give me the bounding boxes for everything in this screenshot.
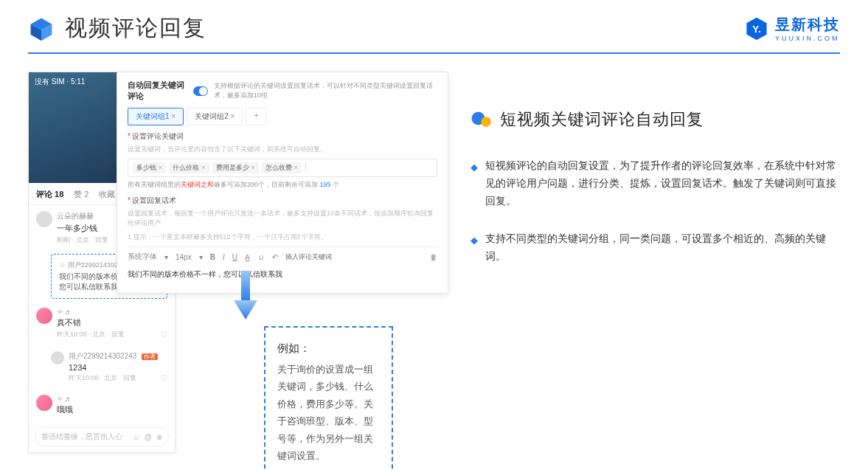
undo-icon[interactable]: ↶ xyxy=(272,253,278,261)
reply-editor-content[interactable]: 我们不同的版本价格不一样，您可以私信联系我 xyxy=(128,266,437,286)
comment-user: ✧ ♬ xyxy=(57,308,167,316)
underline-icon[interactable]: U xyxy=(232,253,237,261)
example-callout: 例如： 关于询价的设置成一组关键词，多少钱、什么价格，费用多少等。关于咨询班型、… xyxy=(264,326,393,470)
logo-main-text: 昱新科技 xyxy=(775,15,840,35)
font-family-select[interactable]: 系统字体 xyxy=(128,252,157,262)
auto-reply-toggle[interactable] xyxy=(193,86,208,96)
keyword-tag[interactable]: 怎么收费× xyxy=(262,162,302,173)
cube-icon xyxy=(28,15,55,42)
logo-hex-icon: Y. xyxy=(744,16,769,41)
example-body: 关于询价的设置成一组关键词，多少钱、什么价格，费用多少等。关于咨询班型、版本、型… xyxy=(277,361,380,464)
italic-icon[interactable]: I xyxy=(223,253,225,261)
comment-text: 哦哦 xyxy=(57,404,167,415)
field-hint: 1 提示：一个富文本框最多支持512个字符，一个汉字占用2个字符。 xyxy=(128,232,437,242)
comment-meta: 昨天10:08 · 北京 回复 ♡ xyxy=(69,373,167,383)
comment-row: ✧ ♬ 哦哦 xyxy=(29,389,175,423)
svg-text:Y.: Y. xyxy=(752,24,760,35)
settings-desc: 支持根据评论的关键词设置回复话术，可以针对不同类型关键词设置回复话术，最多添加1… xyxy=(214,81,437,100)
keyword-tag[interactable]: 多少钱× xyxy=(133,162,166,173)
delete-icon[interactable]: 🗑 xyxy=(430,253,437,261)
example-title: 例如： xyxy=(277,338,380,358)
avatar xyxy=(51,351,64,364)
tab-favorites[interactable]: 收藏 xyxy=(99,189,115,200)
left-illustration: 没有 SIM · 5:11 评论 18 赞 2 收藏 云朵的赫赫 一年多少钱 刚… xyxy=(28,72,448,286)
add-group-tab[interactable]: + xyxy=(246,108,266,125)
keyword-count-hint: 所有关键词组里的关键词之和最多可添加200个，目前剩余可添加 195 个 xyxy=(128,180,437,190)
comment-user: 用户2299214302243 作者 xyxy=(69,351,167,362)
bullet-text: 支持不同类型的关键词分组，同一类问题，可设置多个相近的、高频的关键词。 xyxy=(485,230,840,266)
at-icon[interactable]: @ xyxy=(145,433,152,441)
keyword-settings-panel: 自动回复关键词评论 支持根据评论的关键词设置回复话术，可以针对不同类型关键词设置… xyxy=(117,72,448,294)
tab-likes[interactable]: 赞 2 xyxy=(74,189,88,200)
like-icon[interactable]: ♡ xyxy=(160,330,167,339)
comment-meta: 昨天10:08 · 北京 回复 ♡ xyxy=(57,330,167,339)
editor-toolbar: 系统字体▾ 14px▾ B I U A̲ ☺ ↶ 插入评论关键词 🗑 xyxy=(128,246,437,262)
gift-icon[interactable]: ⊕ xyxy=(156,433,162,441)
section-head: 短视频关键词评论自动回复 xyxy=(471,108,840,131)
avatar xyxy=(36,308,52,324)
like-icon[interactable]: ♡ xyxy=(160,373,167,383)
insert-keyword-button[interactable]: 插入评论关键词 xyxy=(285,252,332,262)
phone-status: 没有 SIM · 5:11 xyxy=(35,77,85,86)
emoji-icon[interactable]: ☺ xyxy=(257,253,265,261)
comment-text: 1234 xyxy=(69,363,167,372)
kw-group-tab[interactable]: 关键词组1 × xyxy=(128,108,184,125)
kw-group-tab[interactable]: 关键词组2 × xyxy=(187,108,243,125)
chat-bubbles-icon xyxy=(471,108,493,131)
font-size-select[interactable]: 14px xyxy=(176,253,192,261)
diamond-icon: ◆ xyxy=(471,232,478,266)
field-hint: 设置关键词，当评论里内容包含了以下关键词，则系统可自动回复。 xyxy=(128,145,437,154)
comment-row: 用户2299214302243 作者 1234 昨天10:08 · 北京 回复 … xyxy=(29,345,175,389)
logo-sub-text: YUUXIN.COM xyxy=(775,35,840,42)
comment-row: ✧ ♬ 真不错 昨天10:08 · 北京 回复 ♡ xyxy=(29,302,175,345)
page-header: 视频评论回复 Y. 昱新科技 YUUXIN.COM xyxy=(0,0,868,49)
keyword-tag[interactable]: 什么价格× xyxy=(169,162,209,173)
color-icon[interactable]: A̲ xyxy=(245,253,250,261)
bullet-item: ◆ 支持不同类型的关键词分组，同一类问题，可设置多个相近的、高频的关键词。 xyxy=(471,230,840,266)
svg-rect-5 xyxy=(241,271,250,302)
svg-marker-6 xyxy=(234,300,257,319)
svg-point-8 xyxy=(481,117,491,127)
comment-input[interactable]: 善语结善缘，恶言伤人心 ☺ @ ⊕ xyxy=(35,427,169,446)
avatar xyxy=(36,211,52,227)
bold-icon[interactable]: B xyxy=(210,253,215,261)
field-label: *设置评论关键词 xyxy=(128,131,437,142)
bullet-text: 短视频评论的自动回复设置，为了提升作者的评论回复效率，在系统中针对常见的评论用户… xyxy=(485,157,840,210)
arrow-down-icon xyxy=(231,271,260,322)
field-label: *设置回复话术 xyxy=(128,196,437,206)
diamond-icon: ◆ xyxy=(471,159,478,210)
comment-text: 真不错 xyxy=(57,317,167,328)
settings-title: 自动回复关键词评论 xyxy=(128,80,187,102)
keyword-tag[interactable]: 费用是多少× xyxy=(212,162,259,173)
field-hint: 设置回复话术，每回复一个用户评论只发送一条话术，最多支持设置10条不同话术，按添… xyxy=(128,209,437,228)
page-title: 视频评论回复 xyxy=(65,13,206,44)
comment-user: ✧ ♬ xyxy=(57,395,167,403)
author-badge: 作者 xyxy=(142,353,158,360)
avatar xyxy=(36,395,52,411)
right-text-column: 短视频关键词评论自动回复 ◆ 短视频评论的自动回复设置，为了提升作者的评论回复效… xyxy=(471,72,840,286)
brand-logo: Y. 昱新科技 YUUXIN.COM xyxy=(744,15,840,42)
emoji-icon[interactable]: ☺ xyxy=(133,433,140,441)
header-left: 视频评论回复 xyxy=(28,13,206,44)
keyword-tag-input[interactable]: 多少钱× 什么价格× 费用是多少× 怎么收费× | xyxy=(128,159,437,177)
tab-comments[interactable]: 评论 18 xyxy=(36,189,63,200)
input-placeholder: 善语结善缘，恶言伤人心 xyxy=(41,432,122,442)
keyword-group-tabs: 关键词组1 × 关键词组2 × + xyxy=(128,108,437,125)
section-title: 短视频关键词评论自动回复 xyxy=(500,108,704,131)
bullet-item: ◆ 短视频评论的自动回复设置，为了提升作者的评论回复效率，在系统中针对常见的评论… xyxy=(471,157,840,210)
